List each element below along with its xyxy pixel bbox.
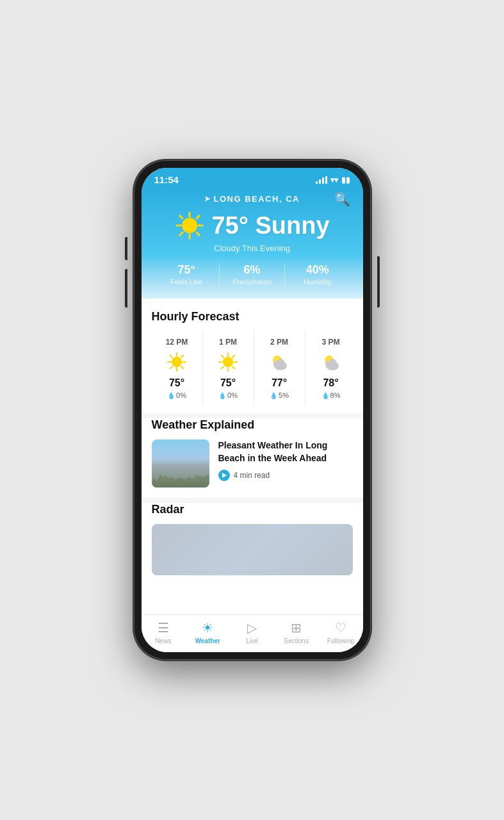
hourly-scroll[interactable]: 12 PM [152,331,353,406]
hour-card-3pm[interactable]: 3 PM 78° 💧 [305,331,353,406]
nav-item-following[interactable]: ♡ Following [318,620,362,644]
section-divider-2 [142,498,363,503]
sun-icon [174,210,205,241]
phone-wrapper: 11:54 ▾▾ ▮▮ ➤ LONG BEA [127,147,377,673]
nav-label-weather: Weather [195,637,220,644]
volume-button [125,269,127,308]
bottom-navigation: ☰ News ☀ Weather ▷ Live ⊞ Sections ♡ F [142,614,363,652]
play-button[interactable] [218,470,230,481]
feels-like-stat: 75° Feels Like [154,263,220,286]
weather-subtitle: Cloudy This Evening [154,243,350,253]
following-icon: ♡ [335,620,346,636]
svg-line-17 [170,366,173,369]
hourly-forecast-title: Hourly Forecast [152,310,353,324]
scroll-content[interactable]: Hourly Forecast 12 PM [142,299,363,614]
weather-icon: ☀ [202,620,213,636]
status-bar: 11:54 ▾▾ ▮▮ [142,168,363,189]
hour-icon-12pm [167,352,187,372]
svg-line-26 [222,366,224,369]
power-button [377,256,380,308]
location-bar: ➤ LONG BEACH, CA 🔍 [154,194,350,204]
humidity-label: Humidity [291,278,343,286]
volume-mute-button [125,237,127,260]
hour-time-1pm: 1 PM [219,338,237,347]
hour-time-2pm: 2 PM [270,338,288,347]
location-display: ➤ LONG BEACH, CA [204,194,300,204]
svg-line-14 [170,356,173,358]
hour-precip-3pm: 💧 8% [321,391,341,399]
hour-card-2pm[interactable]: 2 PM 77° [254,331,305,406]
play-triangle-icon [222,473,227,478]
weather-explained-section: Weather Explained Pleasant Weather In Lo… [142,418,363,498]
nav-item-news[interactable]: ☰ News [142,620,186,644]
svg-line-25 [232,356,235,358]
weather-header: ➤ LONG BEACH, CA 🔍 [142,189,363,299]
svg-point-0 [182,218,197,233]
nav-label-sections: Sections [284,637,309,644]
hour-time-12pm: 12 PM [166,338,188,347]
weather-explained-title: Weather Explained [152,418,353,432]
precipitation-value: 6% [226,263,278,277]
city-thumbnail-image [152,439,209,488]
hour-precip-2pm: 💧 5% [270,391,289,399]
precipitation-stat: 6% Precipitation [220,263,285,286]
status-time: 11:54 [154,174,179,185]
hour-temp-1pm: 75° [220,377,236,389]
svg-line-16 [181,356,184,358]
section-divider-1 [142,413,363,418]
feels-like-value: 75° [161,263,213,277]
hour-temp-2pm: 77° [272,377,287,389]
hour-card-1pm[interactable]: 1 PM [203,331,254,406]
drop-icon: 💧 [218,392,226,399]
drop-icon: 💧 [167,392,175,399]
nav-label-following: Following [327,637,354,644]
battery-icon: ▮▮ [341,176,350,184]
article-thumbnail [152,439,209,488]
hour-icon-3pm [321,352,341,372]
radar-map[interactable] [152,524,353,575]
article-info: Pleasant Weather In Long Beach in the We… [218,439,353,481]
hour-icon-1pm [218,352,238,372]
precipitation-label: Precipitation [226,278,278,286]
sections-icon: ⊞ [291,620,302,636]
svg-point-18 [223,357,233,367]
hourly-forecast-section: Hourly Forecast 12 PM [142,299,363,413]
nav-item-live[interactable]: ▷ Live [230,620,274,644]
svg-line-15 [181,366,184,369]
feels-like-label: Feels Like [161,278,213,286]
hour-precip-1pm: 💧 0% [218,391,238,399]
location-arrow-icon: ➤ [204,195,211,203]
svg-line-8 [180,233,183,235]
temperature-value: 75° Sunny [211,212,329,240]
status-icons: ▾▾ ▮▮ [316,176,350,184]
read-time: 4 min read [234,471,270,480]
nav-item-sections[interactable]: ⊞ Sections [274,620,318,644]
svg-line-23 [222,356,224,358]
article-meta: 4 min read [218,470,353,481]
svg-point-9 [172,357,182,367]
hour-card-12pm[interactable]: 12 PM [152,331,203,406]
main-temperature-display: 75° Sunny [154,210,350,241]
news-icon: ☰ [158,620,169,636]
humidity-value: 40% [291,263,343,277]
article-card[interactable]: Pleasant Weather In Long Beach in the We… [152,439,353,488]
hour-precip-12pm: 💧 0% [167,391,186,399]
radar-title: Radar [152,503,353,516]
svg-line-5 [180,216,183,218]
svg-line-7 [197,216,199,218]
phone-frame: 11:54 ▾▾ ▮▮ ➤ LONG BEA [134,160,371,660]
nav-label-news: News [156,637,172,644]
hour-temp-12pm: 75° [169,377,184,389]
hour-time-3pm: 3 PM [321,338,339,347]
nav-item-weather[interactable]: ☀ Weather [186,620,230,644]
nav-label-live: Live [246,637,257,644]
phone-screen: 11:54 ▾▾ ▮▮ ➤ LONG BEA [142,168,363,652]
humidity-stat: 40% Humidity [285,263,350,286]
search-button[interactable]: 🔍 [334,192,350,207]
signal-bars-icon [316,176,327,184]
weather-stats: 75° Feels Like 6% Precipitation 40% Humi… [154,263,350,286]
svg-line-6 [197,233,199,235]
svg-point-34 [329,359,336,366]
live-icon: ▷ [247,620,257,636]
hour-temp-3pm: 78° [323,377,338,389]
